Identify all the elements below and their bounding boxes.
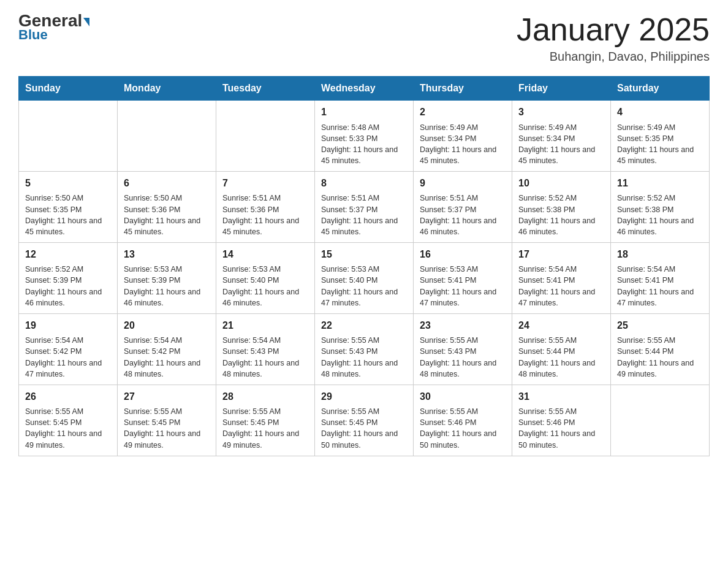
table-row: 22Sunrise: 5:55 AM Sunset: 5:43 PM Dayli… [315,313,414,385]
calendar-header-row: Sunday Monday Tuesday Wednesday Thursday… [19,77,710,101]
day-info: Sunrise: 5:49 AM Sunset: 5:34 PM Dayligh… [518,122,604,167]
col-wednesday: Wednesday [315,77,414,101]
col-friday: Friday [512,77,611,101]
table-row: 6Sunrise: 5:50 AM Sunset: 5:36 PM Daylig… [118,172,216,243]
logo-blue: Blue [18,27,48,43]
col-sunday: Sunday [19,77,118,101]
table-row: 18Sunrise: 5:54 AM Sunset: 5:41 PM Dayli… [611,242,710,313]
day-number: 30 [420,390,506,404]
table-row: 2Sunrise: 5:49 AM Sunset: 5:34 PM Daylig… [414,101,512,172]
day-number: 9 [420,177,506,190]
day-number: 21 [222,319,308,332]
location: Buhangin, Davao, Philippines [517,50,710,64]
day-info: Sunrise: 5:55 AM Sunset: 5:44 PM Dayligh… [617,335,703,380]
table-row: 12Sunrise: 5:52 AM Sunset: 5:39 PM Dayli… [19,242,118,313]
day-number: 10 [518,177,604,190]
table-row: 26Sunrise: 5:55 AM Sunset: 5:45 PM Dayli… [19,385,118,456]
table-row: 9Sunrise: 5:51 AM Sunset: 5:37 PM Daylig… [414,172,512,243]
table-row: 25Sunrise: 5:55 AM Sunset: 5:44 PM Dayli… [611,313,710,385]
col-monday: Monday [118,77,216,101]
day-info: Sunrise: 5:53 AM Sunset: 5:39 PM Dayligh… [124,264,210,308]
calendar-week-row: 12Sunrise: 5:52 AM Sunset: 5:39 PM Dayli… [19,242,710,313]
table-row: 24Sunrise: 5:55 AM Sunset: 5:44 PM Dayli… [512,313,611,385]
table-row: 20Sunrise: 5:54 AM Sunset: 5:42 PM Dayli… [118,313,216,385]
logo: General Blue [18,12,89,43]
day-info: Sunrise: 5:54 AM Sunset: 5:41 PM Dayligh… [518,264,604,308]
day-number: 15 [321,248,407,261]
table-row: 31Sunrise: 5:55 AM Sunset: 5:46 PM Dayli… [512,385,611,456]
table-row: 1Sunrise: 5:48 AM Sunset: 5:33 PM Daylig… [315,101,414,172]
month-title: January 2025 [517,12,710,47]
day-number: 1 [321,105,407,119]
day-info: Sunrise: 5:50 AM Sunset: 5:36 PM Dayligh… [124,193,210,237]
table-row [216,101,315,172]
table-row: 15Sunrise: 5:53 AM Sunset: 5:40 PM Dayli… [315,242,414,313]
day-info: Sunrise: 5:50 AM Sunset: 5:35 PM Dayligh… [25,193,111,237]
table-row: 21Sunrise: 5:54 AM Sunset: 5:43 PM Dayli… [216,313,315,385]
calendar-table: Sunday Monday Tuesday Wednesday Thursday… [18,76,710,456]
day-number: 27 [124,390,210,404]
table-row: 11Sunrise: 5:52 AM Sunset: 5:38 PM Dayli… [611,172,710,243]
day-info: Sunrise: 5:51 AM Sunset: 5:37 PM Dayligh… [321,193,407,237]
day-number: 4 [617,105,703,119]
table-row: 16Sunrise: 5:53 AM Sunset: 5:41 PM Dayli… [414,242,512,313]
day-number: 20 [124,319,210,332]
table-row: 14Sunrise: 5:53 AM Sunset: 5:40 PM Dayli… [216,242,315,313]
day-info: Sunrise: 5:52 AM Sunset: 5:38 PM Dayligh… [518,193,604,237]
day-number: 25 [617,319,703,332]
table-row [118,101,216,172]
col-tuesday: Tuesday [216,77,315,101]
table-row: 29Sunrise: 5:55 AM Sunset: 5:45 PM Dayli… [315,385,414,456]
table-row: 19Sunrise: 5:54 AM Sunset: 5:42 PM Dayli… [19,313,118,385]
day-number: 19 [25,319,111,332]
day-number: 13 [124,248,210,261]
day-info: Sunrise: 5:55 AM Sunset: 5:45 PM Dayligh… [25,406,111,451]
day-info: Sunrise: 5:53 AM Sunset: 5:41 PM Dayligh… [420,264,506,308]
day-info: Sunrise: 5:55 AM Sunset: 5:45 PM Dayligh… [124,406,210,451]
day-number: 12 [25,248,111,261]
day-info: Sunrise: 5:55 AM Sunset: 5:46 PM Dayligh… [518,406,604,451]
day-info: Sunrise: 5:53 AM Sunset: 5:40 PM Dayligh… [222,264,308,308]
logo-triangle-icon [83,18,89,26]
day-info: Sunrise: 5:55 AM Sunset: 5:46 PM Dayligh… [420,406,506,451]
day-number: 7 [222,177,308,190]
day-info: Sunrise: 5:54 AM Sunset: 5:41 PM Dayligh… [617,264,703,308]
col-saturday: Saturday [611,77,710,101]
page-header: General Blue January 2025 Buhangin, Dava… [18,12,710,64]
day-number: 23 [420,319,506,332]
day-number: 3 [518,105,604,119]
day-number: 6 [124,177,210,190]
calendar-week-row: 5Sunrise: 5:50 AM Sunset: 5:35 PM Daylig… [19,172,710,243]
day-info: Sunrise: 5:55 AM Sunset: 5:43 PM Dayligh… [420,335,506,380]
table-row [611,385,710,456]
day-info: Sunrise: 5:54 AM Sunset: 5:43 PM Dayligh… [222,335,308,380]
day-info: Sunrise: 5:48 AM Sunset: 5:33 PM Dayligh… [321,122,407,167]
day-number: 14 [222,248,308,261]
day-info: Sunrise: 5:54 AM Sunset: 5:42 PM Dayligh… [124,335,210,380]
day-info: Sunrise: 5:55 AM Sunset: 5:43 PM Dayligh… [321,335,407,380]
day-info: Sunrise: 5:52 AM Sunset: 5:39 PM Dayligh… [25,264,111,308]
table-row: 30Sunrise: 5:55 AM Sunset: 5:46 PM Dayli… [414,385,512,456]
day-info: Sunrise: 5:53 AM Sunset: 5:40 PM Dayligh… [321,264,407,308]
day-number: 26 [25,390,111,404]
table-row: 8Sunrise: 5:51 AM Sunset: 5:37 PM Daylig… [315,172,414,243]
day-number: 8 [321,177,407,190]
table-row: 5Sunrise: 5:50 AM Sunset: 5:35 PM Daylig… [19,172,118,243]
table-row: 17Sunrise: 5:54 AM Sunset: 5:41 PM Dayli… [512,242,611,313]
title-section: January 2025 Buhangin, Davao, Philippine… [517,12,710,64]
table-row: 13Sunrise: 5:53 AM Sunset: 5:39 PM Dayli… [118,242,216,313]
calendar-week-row: 1Sunrise: 5:48 AM Sunset: 5:33 PM Daylig… [19,101,710,172]
day-info: Sunrise: 5:49 AM Sunset: 5:34 PM Dayligh… [420,122,506,167]
day-number: 16 [420,248,506,261]
day-number: 5 [25,177,111,190]
table-row [19,101,118,172]
day-info: Sunrise: 5:55 AM Sunset: 5:45 PM Dayligh… [222,406,308,451]
day-info: Sunrise: 5:52 AM Sunset: 5:38 PM Dayligh… [617,193,703,237]
day-number: 29 [321,390,407,404]
day-number: 22 [321,319,407,332]
day-number: 17 [518,248,604,261]
calendar-week-row: 26Sunrise: 5:55 AM Sunset: 5:45 PM Dayli… [19,385,710,456]
calendar-week-row: 19Sunrise: 5:54 AM Sunset: 5:42 PM Dayli… [19,313,710,385]
day-number: 11 [617,177,703,190]
day-info: Sunrise: 5:51 AM Sunset: 5:37 PM Dayligh… [420,193,506,237]
